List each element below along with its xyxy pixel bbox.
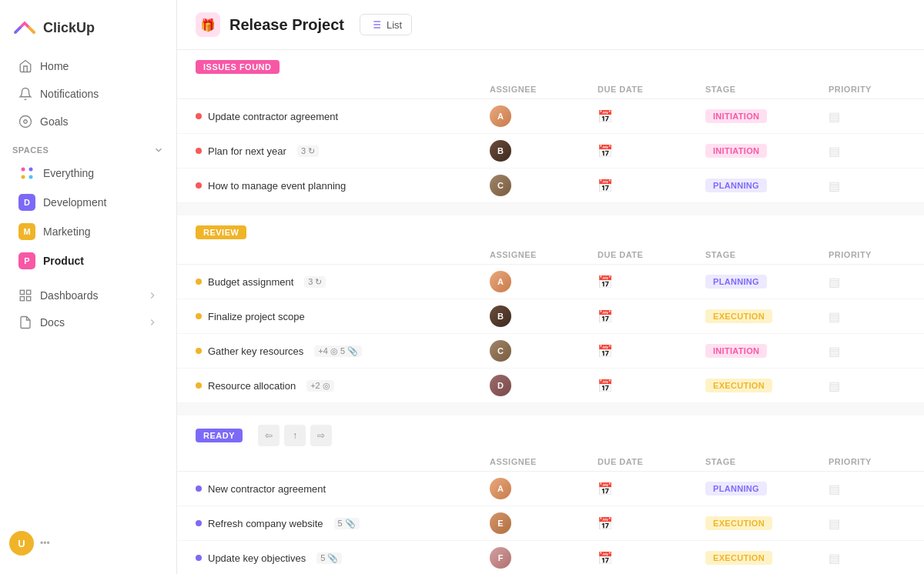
clickup-logo-icon [12, 15, 37, 40]
calendar-icon: 📅 [598, 275, 613, 289]
nav-notifications[interactable]: Notifications [6, 81, 170, 107]
svg-rect-7 [27, 290, 31, 294]
section-divider-2 [177, 403, 924, 415]
stage-badge: EXECUTION [705, 516, 772, 530]
nav-goals[interactable]: Goals [6, 108, 170, 135]
task-status-dot [196, 555, 202, 561]
chevron-right-icon [147, 290, 158, 301]
priority-icon: ▤ [829, 482, 840, 496]
table-row[interactable]: New contractor agreement A 📅 PLANNING ▤ [177, 472, 924, 506]
assignee-cell: A [490, 271, 598, 292]
table-row[interactable]: Resource allocation +2 ◎ D 📅 EXECUTION ▤ [177, 369, 924, 403]
table-row[interactable]: Update key objectives 5 📎 F 📅 EXECUTION … [177, 541, 924, 574]
calendar-icon: 📅 [598, 179, 613, 193]
task-name-cell: Plan for next year 3 ↻ [196, 145, 490, 157]
table-row[interactable]: Finalize project scope B 📅 EXECUTION ▤ [177, 299, 924, 334]
task-status-dot [196, 348, 202, 354]
assignee-header: ASSIGNEE [490, 457, 598, 466]
svg-point-2 [22, 168, 25, 172]
review-section: REVIEW ASSIGNEE DUE DATE STAGE PRIORITY … [177, 215, 924, 403]
task-status-dot [196, 182, 202, 189]
priority-icon: ▤ [829, 109, 840, 124]
svg-rect-6 [20, 290, 24, 294]
sidebar: ClickUp Home Notifications Goals Spaces [0, 0, 177, 574]
task-name: Update contractor agreement [208, 111, 338, 122]
review-badge: REVIEW [196, 225, 246, 239]
task-count-badge: +2 ◎ [306, 380, 334, 392]
issues-table-header: ASSIGNEE DUE DATE STAGE PRIORITY [177, 80, 924, 99]
task-status-dot [196, 382, 202, 389]
bell-icon [18, 87, 32, 101]
sidebar-docs[interactable]: Docs [6, 309, 170, 335]
stage-cell: PLANNING [705, 482, 829, 496]
sidebar-dashboards[interactable]: Dashboards [6, 282, 170, 309]
svg-point-5 [29, 175, 33, 179]
task-status-dot [196, 520, 202, 526]
task-count-badge: 5 📎 [334, 518, 360, 529]
priority-cell: ▤ [829, 275, 906, 289]
toolbar-btn-3[interactable]: ⇨ [310, 425, 332, 446]
stage-badge: PLANNING [705, 275, 767, 289]
due-date-cell: 📅 [598, 516, 705, 531]
dashboards-icon [18, 289, 32, 302]
sidebar-bottom: U ••• [0, 522, 176, 565]
stage-cell: EXECUTION [705, 551, 829, 565]
table-row[interactable]: Gather key resources +4 ◎ 5 📎 C 📅 INITIA… [177, 334, 924, 369]
priority-icon: ▤ [829, 379, 840, 393]
table-row[interactable]: Refresh company website 5 📎 E 📅 EXECUTIO… [177, 506, 924, 541]
task-name-cell: Gather key resources +4 ◎ 5 📎 [196, 345, 490, 357]
assignee-cell: C [490, 175, 598, 196]
priority-icon: ▤ [829, 144, 840, 159]
product-dot: P [18, 252, 35, 269]
avatar: E [490, 512, 511, 534]
list-view-button[interactable]: List [360, 14, 412, 35]
table-row[interactable]: Plan for next year 3 ↻ B 📅 INITIATION ▤ [177, 134, 924, 169]
sidebar-item-product[interactable]: P Product [6, 247, 170, 275]
stage-badge: PLANNING [705, 482, 767, 496]
nav-home[interactable]: Home [6, 53, 170, 79]
priority-cell: ▤ [829, 379, 906, 393]
priority-cell: ▤ [829, 482, 906, 496]
task-count-badge: 5 📎 [316, 552, 342, 564]
priority-icon: ▤ [829, 551, 840, 566]
task-name: How to manage event planning [208, 180, 346, 192]
avatar: B [490, 140, 511, 162]
task-name: Finalize project scope [208, 311, 305, 322]
sidebar-item-marketing[interactable]: M Marketing [6, 218, 170, 245]
toolbar-btn-1[interactable]: ⇦ [258, 425, 280, 446]
priority-header: PRIORITY [829, 457, 906, 466]
svg-point-1 [24, 120, 28, 124]
task-name-cell: Resource allocation +2 ◎ [196, 380, 490, 392]
sidebar-item-everything[interactable]: Everything [6, 159, 170, 187]
stage-badge: EXECUTION [705, 551, 772, 565]
svg-point-3 [29, 168, 33, 172]
avatar: B [490, 305, 511, 327]
due-date-cell: 📅 [598, 309, 705, 324]
ready-badge: READY [196, 429, 243, 442]
home-icon [18, 59, 32, 73]
stage-cell: EXECUTION [705, 309, 829, 323]
table-row[interactable]: How to manage event planning C 📅 PLANNIN… [177, 169, 924, 203]
ready-table-header: ASSIGNEE DUE DATE STAGE PRIORITY [177, 452, 924, 472]
sidebar-item-development[interactable]: D Development [6, 189, 170, 216]
task-name: Plan for next year [208, 145, 286, 157]
calendar-icon: 📅 [598, 309, 613, 324]
marketing-dot: M [18, 223, 35, 240]
table-row[interactable]: Budget assignment 3 ↻ A 📅 PLANNING ▤ [177, 265, 924, 299]
stage-badge: INITIATION [705, 144, 767, 158]
toolbar-btn-2[interactable]: ↑ [284, 425, 306, 446]
table-row[interactable]: Update contractor agreement A 📅 INITIATI… [177, 99, 924, 134]
calendar-icon: 📅 [598, 482, 613, 496]
due-date-header: DUE DATE [598, 250, 705, 259]
ready-section-label-row: READY ⇦ ↑ ⇨ [177, 415, 924, 452]
user-avatar[interactable]: U [9, 531, 34, 556]
task-name-cell: How to manage event planning [196, 180, 490, 192]
everything-icon [18, 165, 35, 182]
task-status-dot [196, 486, 202, 492]
due-date-header: DUE DATE [598, 85, 705, 94]
docs-icon [18, 315, 32, 329]
due-date-cell: 📅 [598, 482, 705, 496]
spaces-header: Spaces [0, 135, 176, 159]
assignee-cell: F [490, 547, 598, 569]
task-name-cell: Finalize project scope [196, 311, 490, 322]
